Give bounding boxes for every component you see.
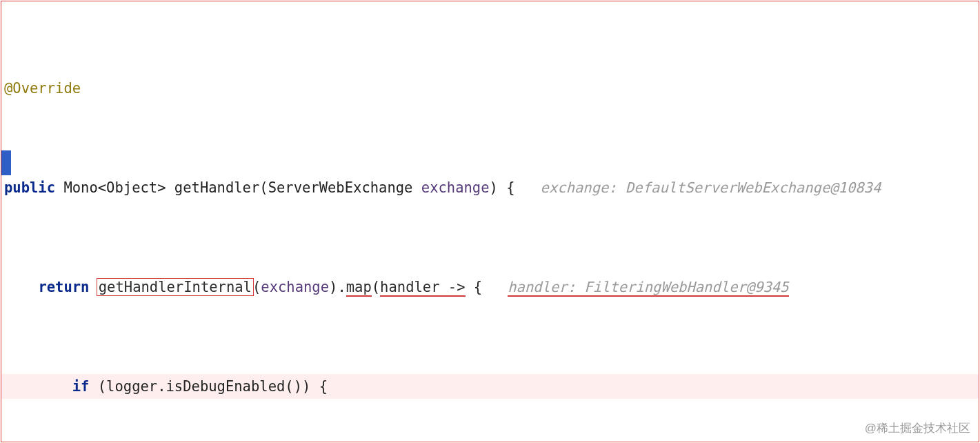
annotation: @Override (4, 80, 81, 97)
code-line: if (logger.isDebugEnabled()) { (1, 374, 979, 399)
code-line: public Mono<Object> getHandler(ServerWeb… (1, 175, 979, 200)
inline-hint: exchange: DefaultServerWebExchange@10834 (541, 179, 881, 196)
code-area[interactable]: @Override public Mono<Object> getHandler… (1, 1, 979, 442)
underlined-call: map (346, 279, 372, 297)
code-viewport: @Override public Mono<Object> getHandler… (1, 1, 979, 442)
inline-hint: handler: FilteringWebHandler@9345 (508, 279, 788, 297)
underlined-lambda: handler -> (380, 279, 465, 297)
code-line: @Override (1, 76, 979, 101)
boxed-call: getHandlerInternal (97, 278, 254, 296)
watermark: @稀土掘金技术社区 (865, 420, 970, 436)
code-line: return getHandlerInternal(exchange).map(… (1, 275, 979, 299)
